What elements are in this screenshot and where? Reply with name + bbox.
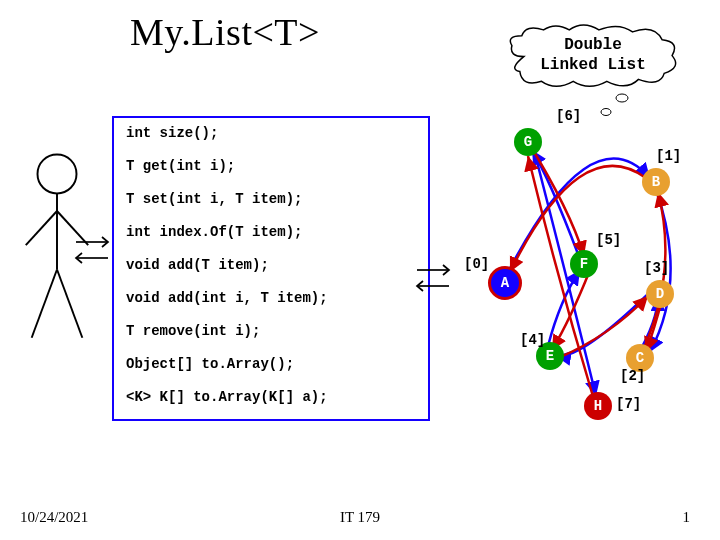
api-row: T remove(int i); [126,324,416,339]
svg-line-7 [57,270,82,338]
svg-line-4 [26,211,57,245]
index-label: [5] [596,232,621,248]
graph-edges [440,100,690,460]
index-label: [7] [616,396,641,412]
node-d: D [646,280,674,308]
node-g: G [514,128,542,156]
node-f: F [570,250,598,278]
node-b: B [642,168,670,196]
api-row: T set(int i, T item); [126,192,416,207]
footer-page-number: 1 [683,509,691,526]
cloud-line1: Double [504,35,682,55]
api-row: int index.Of(T item); [126,225,416,240]
footer-date: 10/24/2021 [20,509,88,526]
index-label: [3] [644,260,669,276]
index-label: [2] [620,368,645,384]
index-label: [4] [520,332,545,348]
api-row: T get(int i); [126,159,416,174]
api-row: void add(T item); [126,258,416,273]
api-row: Object[] to.Array(); [126,357,416,372]
api-row: <K> K[] to.Array(K[] a); [126,390,416,405]
footer-course: IT 179 [340,509,380,526]
double-arrow-icon [74,232,110,272]
api-row: int size(); [126,126,416,141]
svg-line-6 [32,270,57,338]
node-a: A [488,266,522,300]
index-label: [6] [556,108,581,124]
index-label: [0] [464,256,489,272]
cloud-callout: Double Linked List [504,22,682,88]
node-h: H [584,392,612,420]
svg-point-2 [38,154,77,193]
api-row: void add(int i, T item); [126,291,416,306]
index-label: [1] [656,148,681,164]
page-title: My.List<T> [130,10,320,54]
api-interface-box: int size(); T get(int i); T set(int i, T… [112,116,430,421]
cloud-line2: Linked List [504,55,682,75]
